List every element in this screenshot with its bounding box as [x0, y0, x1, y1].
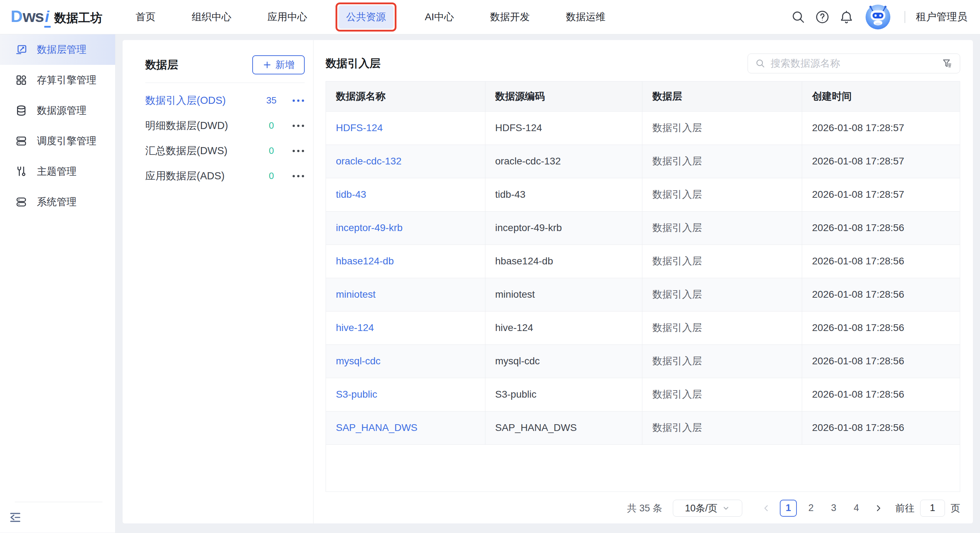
- nav-item-home[interactable]: 首页: [128, 5, 163, 29]
- nav-item-ai-center[interactable]: AI中心: [417, 5, 461, 29]
- datasource-layer: 数据引入层: [642, 278, 802, 311]
- datasource-table: 数据源名称 数据源编码 数据层 创建时间 HDFS-124 HDFS-124 数…: [326, 81, 960, 492]
- nav-item-public-resources[interactable]: 公共资源: [338, 5, 394, 29]
- next-page-button[interactable]: [870, 500, 886, 517]
- database-icon: [15, 104, 28, 117]
- table-empty-space: [326, 445, 960, 492]
- add-layer-button[interactable]: 新增: [252, 55, 305, 75]
- datasource-layer: 数据引入层: [642, 211, 802, 245]
- datasource-name-link[interactable]: SAP_HANA_DWS: [326, 411, 485, 444]
- scheduler-engine-icon: [15, 135, 28, 148]
- sidebar-item-label: 数据层管理: [37, 43, 86, 56]
- product-name: 数据工坊: [54, 10, 102, 26]
- vertical-divider: [905, 11, 905, 23]
- datasource-name-link[interactable]: oracle-cdc-132: [326, 145, 485, 178]
- page-jump-input[interactable]: [920, 500, 945, 517]
- datasource-code: hive-124: [485, 311, 642, 344]
- more-actions-icon[interactable]: [292, 174, 305, 178]
- table-row[interactable]: tidb-43 tidb-43 数据引入层 2026-01-08 17:28:5…: [326, 178, 960, 211]
- help-icon[interactable]: [815, 9, 830, 25]
- layer-panel-title: 数据层: [145, 57, 178, 72]
- datasource-layer: 数据引入层: [642, 145, 802, 178]
- page-button-2[interactable]: 2: [802, 500, 819, 517]
- table-row[interactable]: SAP_HANA_DWS SAP_HANA_DWS 数据引入层 2026-01-…: [326, 411, 960, 444]
- layer-item-dws[interactable]: 汇总数据层(DWS) 0: [145, 138, 305, 163]
- add-layer-button-label: 新增: [275, 59, 294, 71]
- nav-item-org-center[interactable]: 组织中心: [184, 5, 239, 29]
- more-actions-icon[interactable]: [292, 149, 305, 153]
- search-input[interactable]: [771, 58, 936, 69]
- page-size-select[interactable]: 10条/页: [673, 500, 742, 517]
- datasource-code: miniotest: [485, 278, 642, 311]
- datasource-code: SAP_HANA_DWS: [485, 411, 642, 444]
- layer-panel-divider: [145, 83, 305, 83]
- system-icon: [15, 196, 28, 208]
- layer-item-ods[interactable]: 数据引入层(ODS) 35: [145, 88, 305, 113]
- datasource-name-link[interactable]: miniotest: [326, 278, 485, 311]
- sidebar-item-system-mgmt[interactable]: 系统管理: [0, 187, 115, 217]
- table-row[interactable]: hbase124-db hbase124-db 数据引入层 2026-01-08…: [326, 245, 960, 278]
- table-row[interactable]: HDFS-124 HDFS-124 数据引入层 2026-01-08 17:28…: [326, 111, 960, 145]
- sidebar-footer: [0, 502, 115, 533]
- table-row[interactable]: S3-public S3-public 数据引入层 2026-01-08 17:…: [326, 378, 960, 411]
- layer-name: 汇总数据层(DWS): [145, 144, 260, 158]
- datasource-name-link[interactable]: S3-public: [326, 378, 485, 411]
- sidebar-item-datasource-mgmt[interactable]: 数据源管理: [0, 95, 115, 126]
- ai-assistant-avatar[interactable]: [865, 4, 891, 30]
- sidebar-footer-divider: [15, 502, 102, 502]
- column-header-created: 创建时间: [802, 81, 960, 111]
- table-row[interactable]: oracle-cdc-132 oracle-cdc-132 数据引入层 2026…: [326, 145, 960, 178]
- nav-item-app-center[interactable]: 应用中心: [260, 5, 315, 29]
- collapse-sidebar-icon[interactable]: [8, 511, 22, 524]
- nav-item-data-dev[interactable]: 数据开发: [482, 5, 538, 29]
- datasource-name-link[interactable]: HDFS-124: [326, 111, 485, 145]
- datasource-created-time: 2026-01-08 17:28:57: [802, 178, 960, 211]
- page-button-1[interactable]: 1: [780, 500, 797, 517]
- layer-count: 0: [260, 170, 283, 181]
- column-header-layer: 数据层: [642, 81, 802, 111]
- datasource-created-time: 2026-01-08 17:28:56: [802, 211, 960, 245]
- sidebar-item-theme-mgmt[interactable]: 主题管理: [0, 156, 115, 187]
- table-row[interactable]: hive-124 hive-124 数据引入层 2026-01-08 17:28…: [326, 311, 960, 344]
- sidebar-item-compute-engine-mgmt[interactable]: 存算引擎管理: [0, 65, 115, 95]
- chevron-down-icon: [722, 504, 730, 512]
- pagination: 共 35 条 10条/页 1 2 3 4: [326, 500, 960, 517]
- page-title: 数据引入层: [326, 56, 380, 71]
- datasource-name-link[interactable]: mysql-cdc: [326, 344, 485, 378]
- table-row[interactable]: inceptor-49-krb inceptor-49-krb 数据引入层 20…: [326, 211, 960, 245]
- page-size-value: 10条/页: [685, 502, 718, 515]
- layer-item-ads[interactable]: 应用数据层(ADS) 0: [145, 163, 305, 189]
- layer-item-dwd[interactable]: 明细数据层(DWD) 0: [145, 113, 305, 138]
- datasource-created-time: 2026-01-08 17:28:56: [802, 245, 960, 278]
- layer-count: 35: [260, 95, 283, 106]
- table-row[interactable]: miniotest miniotest 数据引入层 2026-01-08 17:…: [326, 278, 960, 311]
- more-actions-icon[interactable]: [292, 124, 305, 127]
- datasource-name-link[interactable]: inceptor-49-krb: [326, 211, 485, 245]
- column-header-name: 数据源名称: [326, 81, 485, 111]
- datasource-code: inceptor-49-krb: [485, 211, 642, 245]
- page-button-4[interactable]: 4: [848, 500, 865, 517]
- datasource-created-time: 2026-01-08 17:28:57: [802, 111, 960, 145]
- nav-item-data-ops[interactable]: 数据运维: [558, 5, 613, 29]
- table-row[interactable]: mysql-cdc mysql-cdc 数据引入层 2026-01-08 17:…: [326, 344, 960, 378]
- sidebar-item-scheduler-engine-mgmt[interactable]: 调度引擎管理: [0, 126, 115, 156]
- prev-page-button[interactable]: [759, 500, 774, 517]
- datasource-name-link[interactable]: tidb-43: [326, 178, 485, 211]
- datasource-created-time: 2026-01-08 17:28:56: [802, 411, 960, 444]
- datasource-name-link[interactable]: hbase124-db: [326, 245, 485, 278]
- sidebar-item-label: 数据源管理: [37, 104, 86, 117]
- page-button-3[interactable]: 3: [825, 500, 842, 517]
- datasource-table-body: HDFS-124 HDFS-124 数据引入层 2026-01-08 17:28…: [326, 111, 960, 444]
- sidebar-item-label: 主题管理: [37, 165, 76, 178]
- datasource-name-link[interactable]: hive-124: [326, 311, 485, 344]
- notification-bell-icon[interactable]: [838, 9, 854, 25]
- datasource-layer: 数据引入层: [642, 311, 802, 344]
- search-icon[interactable]: [791, 9, 806, 25]
- sidebar-item-data-layer-mgmt[interactable]: 数据层管理: [0, 34, 115, 65]
- more-actions-icon[interactable]: [292, 99, 305, 102]
- chevron-right-icon: [874, 504, 883, 513]
- layer-name: 应用数据层(ADS): [145, 169, 260, 183]
- sidebar: 数据层管理 存算引擎管理 数据源管理: [0, 34, 116, 533]
- filter-funnel-icon[interactable]: [941, 58, 953, 69]
- datasource-layer: 数据引入层: [642, 111, 802, 145]
